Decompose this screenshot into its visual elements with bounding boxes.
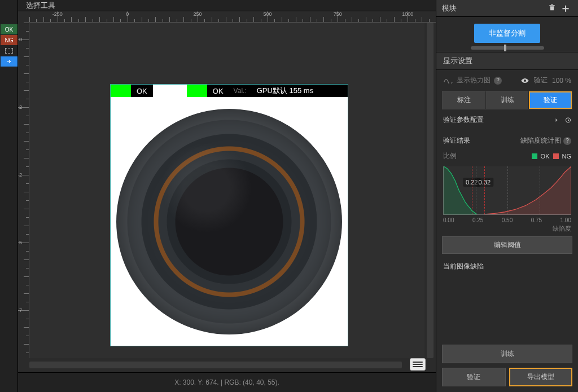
verify-percent: 100 % xyxy=(552,77,571,85)
image-header: OK OK Val.: GPU默认 155 ms xyxy=(111,85,348,97)
defect-stat-label: 缺陷度统计图 xyxy=(520,136,561,146)
export-model-button[interactable]: 导出模型 xyxy=(509,368,573,386)
verify-params-label: 验证参数配置 xyxy=(443,115,484,125)
run-tool-button[interactable] xyxy=(1,56,17,67)
modules-header: 模块 ＋ xyxy=(436,0,578,17)
caret-right-icon xyxy=(553,117,560,124)
tag-ok-label: OK xyxy=(5,27,13,33)
current-defect-label: 当前图像缺陷 xyxy=(436,257,578,276)
add-module-button[interactable]: ＋ xyxy=(559,1,572,16)
chart-y-label: 缺陷度 xyxy=(436,223,578,233)
validation-label: Val.: xyxy=(229,85,251,97)
left-toolbar: OK NG xyxy=(0,0,18,392)
bottom-verify-button[interactable]: 验证 xyxy=(442,368,506,386)
delete-module-button[interactable] xyxy=(545,3,559,13)
plus-icon: ＋ xyxy=(560,2,571,14)
right-panel: 模块 ＋ 非监督分割 显示设置 显示热力图 ? 验证 100 % 标注 训练 验… xyxy=(436,0,578,392)
legend-ng-swatch xyxy=(553,153,559,159)
legend-ng-label: NG xyxy=(562,153,572,160)
status-swatch-2 xyxy=(187,85,207,97)
scrollbar-vertical[interactable] xyxy=(424,23,436,358)
ratio-label: 比例 xyxy=(443,151,457,161)
modules-title: 模块 xyxy=(442,3,545,14)
legend-ok-swatch xyxy=(532,153,537,159)
sample-image xyxy=(116,109,342,334)
heatmap-icon xyxy=(443,78,453,83)
module-slider[interactable] xyxy=(471,46,544,50)
canvas[interactable]: OK OK Val.: GPU默认 155 ms xyxy=(29,23,424,358)
verify-params-row[interactable]: 验证参数配置 xyxy=(436,109,578,130)
eye-icon[interactable] xyxy=(520,77,529,84)
edit-threshold-button[interactable]: 编辑阈值 xyxy=(442,236,572,254)
tag-ng-button[interactable]: NG xyxy=(1,35,17,45)
tab-train[interactable]: 训练 xyxy=(486,91,529,109)
tab-verify[interactable]: 验证 xyxy=(529,91,572,109)
marquee-tool-button[interactable] xyxy=(1,46,17,56)
arrow-right-icon xyxy=(5,58,13,65)
history-icon[interactable] xyxy=(564,117,571,124)
help-icon[interactable]: ? xyxy=(494,77,502,85)
status-swatch-1 xyxy=(111,85,131,97)
ruler-horizontal: -25002505007501000 xyxy=(29,11,436,23)
image-body xyxy=(111,97,348,346)
image-card[interactable]: OK OK Val.: GPU默认 155 ms xyxy=(111,85,348,346)
tag-ng-label: NG xyxy=(5,37,14,43)
status-ok-1: OK xyxy=(131,85,153,97)
tool-section-title: 选择工具 xyxy=(18,0,436,11)
module-main-button[interactable]: 非监督分割 xyxy=(474,24,540,43)
tag-ok-button[interactable]: OK xyxy=(1,24,17,34)
gpu-time-label: GPU默认 155 ms xyxy=(251,85,348,97)
keyboard-button[interactable] xyxy=(410,358,426,371)
help-icon-2[interactable]: ? xyxy=(563,137,571,145)
keyboard-icon xyxy=(413,360,423,368)
defect-chart[interactable]: 0.220.32 xyxy=(443,166,571,215)
verify-word: 验证 xyxy=(534,76,548,85)
scrollbar-horizontal[interactable] xyxy=(29,362,402,368)
chart-x-axis: 0.000.250.500.751.00 xyxy=(443,217,571,223)
trash-icon xyxy=(548,3,556,11)
display-section-title: 显示设置 xyxy=(436,52,578,70)
cursor-status-text: X: 300. Y: 674. | RGB: (40, 40, 55). xyxy=(174,378,279,386)
heatmap-label: 显示热力图 xyxy=(457,76,491,85)
mode-tabs: 标注 训练 验证 xyxy=(442,91,572,109)
verify-result-label: 验证结果 xyxy=(443,136,470,146)
tab-label[interactable]: 标注 xyxy=(443,91,486,109)
legend-ok-label: OK xyxy=(541,153,550,160)
bottom-train-button[interactable]: 训练 xyxy=(442,345,572,363)
marquee-icon xyxy=(5,48,13,54)
status-bar: X: 300. Y: 674. | RGB: (40, 40, 55). xyxy=(18,372,436,392)
viewport: -25002505007501000 02257 OK OK Val.: GPU… xyxy=(18,11,436,372)
status-ok-2: OK xyxy=(207,85,229,97)
ruler-vertical: 02257 xyxy=(18,23,29,358)
